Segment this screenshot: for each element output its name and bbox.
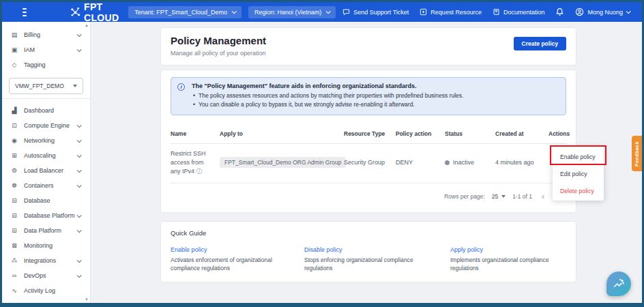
brand-text: FPT CLOUD [84,1,119,23]
tagging-icon: ◇ [10,61,18,68]
sidebar-item-activity-log[interactable]: ∿ Activity Log [2,283,90,298]
info-banner-title: The "Policy Management" feature aids in … [192,83,559,89]
row-actions-menu: Enable policy Edit policy Delete policy [553,147,604,201]
column-header-status[interactable]: Status [445,130,495,137]
region-selector[interactable]: Region: Hanoi (Vietnam) [248,6,336,18]
sidebar-item-iam[interactable]: ▣ IAM [2,42,90,57]
pagination-range: 1-1 of 1 [512,193,532,200]
guide-disable-policy-link[interactable]: Disable policy [304,246,450,253]
chat-fab-button[interactable] [606,272,631,296]
column-header-apply-to[interactable]: Apply to [220,130,344,137]
quick-guide-title: Quick Guide [171,229,566,237]
devops-icon: ∞ [10,272,18,279]
sidebar-item-containers[interactable]: ☸ Containers [2,178,90,193]
edit-policy-menu-item[interactable]: Edit policy [553,165,604,182]
sidebar-item-monitoring[interactable]: ⊠ Monitoring [2,238,90,253]
support-ticket-icon [342,8,350,16]
chevron-down-icon [626,9,631,14]
delete-policy-menu-item[interactable]: Delete policy [553,182,604,199]
networking-icon: ◉ [10,137,18,144]
column-header-resource-type[interactable]: Resource Type [344,130,396,137]
integrations-icon: ⁂ [10,257,18,264]
sidebar-item-data-platform[interactable]: ⊟ Data Platform [2,223,90,238]
chevron-down-icon [326,9,331,14]
column-header-actions: Actions [548,130,572,137]
sidebar-item-autoscaling[interactable]: ⊞ Autoscaling [2,148,90,163]
apply-to-cell: FPT_Smart_Cloud_Demo ORG Admin Group [220,157,344,168]
create-policy-button[interactable]: Create policy [514,37,566,50]
containers-icon: ☸ [10,182,18,189]
dashboard-icon: ▟ [10,107,18,114]
guide-apply-policy-link[interactable]: Apply policy [450,246,566,253]
project-selector[interactable]: VMW_FPT_DEMO [9,78,83,94]
sidebar-item-devops[interactable]: ∞ DevOps [2,268,90,283]
enable-policy-menu-item[interactable]: Enable policy [553,148,604,165]
guide-entry: Apply policy Implements organizational c… [450,246,566,273]
sidebar-item-database[interactable]: ⊟ Database [2,193,90,208]
documentation-link[interactable]: Documentation [493,8,545,16]
sidebar-item-load-balancer[interactable]: ⚙ Load Balancer [2,163,90,178]
policy-info-icon[interactable]: ⓘ [196,168,203,175]
request-resource-link[interactable]: Request Resource [420,8,482,16]
user-menu[interactable]: Mong Nuong [575,8,630,16]
activity-log-icon: ∿ [10,287,18,294]
sidebar-item-tagging[interactable]: ◇ Tagging [2,57,90,72]
database-icon: ⊟ [10,197,18,204]
page-subtitle: Manage all policy of your operation [171,50,266,57]
load-balancer-icon: ⚙ [10,167,18,174]
sidebar-divider [2,98,90,99]
sidebar-item-networking[interactable]: ◉ Networking [2,133,90,148]
sidebar-item-integrations[interactable]: ⁂ Integrations [2,253,90,268]
documentation-icon [493,8,500,16]
chevron-down-icon [77,273,82,278]
notification-bell-icon[interactable] [555,8,564,16]
status-inactive-dot [445,160,450,165]
info-banner: i The "Policy Management" feature aids i… [171,77,566,115]
previous-page-button[interactable]: ‹ [539,192,547,201]
rows-per-page-label: Rows per page: [444,193,485,200]
autoscaling-icon: ⊞ [10,152,18,159]
chevron-down-icon [501,195,506,198]
fpt-chat-icon [613,278,625,290]
page-title: Policy Management [171,35,266,46]
chevron-down-icon [73,85,77,87]
send-support-ticket-link[interactable]: Send Support Ticket [342,8,409,16]
request-resource-icon [420,8,427,16]
column-header-policy-action[interactable]: Policy action [396,130,445,137]
quick-guide-card: Quick Guide Enable policy Activates enfo… [160,221,576,283]
scroll-down-icon[interactable]: ▼ [85,297,89,302]
column-header-name[interactable]: Name [171,130,220,137]
apply-to-group-badge: FPT_Smart_Cloud_Demo ORG Admin Group [220,157,346,168]
table-row[interactable]: Restrict SSH access from any IPv4 ⓘ FPT_… [171,144,566,184]
iam-icon: ▣ [10,46,18,53]
info-icon: i [177,83,185,91]
sidebar-item-compute-engine[interactable]: ⊡ Compute Engine [2,118,90,133]
chevron-down-icon [77,123,82,128]
column-header-created-at[interactable]: Created at [495,130,548,137]
scroll-up-icon[interactable]: ▲ [85,23,89,27]
sidebar-item-dashboard[interactable]: ▟ Dashboard [2,103,90,118]
tenant-selector[interactable]: Tenant: FPT_Smart_Cloud_Demo [128,6,241,18]
table-header-row: Name Apply to Resource Type Policy actio… [171,126,566,144]
sidebar-item-database-platform[interactable]: ⊟ Database Platform [2,208,90,223]
data-platform-icon: ⊟ [10,227,18,234]
chevron-down-icon [77,153,82,158]
rows-per-page-select[interactable]: 25 [492,193,506,200]
info-banner-bullet: You can disable a policy to bypass it, b… [192,100,559,109]
feedback-tab[interactable]: Feedback [632,136,642,171]
sidebar-scrollbar[interactable]: ▲ ▼ [84,22,89,303]
guide-enable-policy-desc: Activates enforcement of organizational … [171,256,304,273]
user-avatar-icon [575,8,584,16]
resource-type-cell: Security Group [344,159,396,166]
billing-icon: ▤ [10,31,18,38]
fpt-molecule-logo-icon [70,7,80,17]
sidebar-item-billing[interactable]: ▤ Billing [2,27,90,42]
hamburger-menu-icon[interactable] [23,6,27,18]
guide-enable-policy-link[interactable]: Enable policy [171,246,304,253]
policy-name-cell: Restrict SSH access from any IPv4 ⓘ [171,149,220,176]
chevron-down-icon [77,47,82,52]
policy-action-cell: DENY [396,159,445,166]
brand-logo[interactable]: FPT CLOUD [70,1,119,23]
chevron-down-icon [77,213,82,218]
created-at-cell: 4 minutes ago [495,159,548,166]
